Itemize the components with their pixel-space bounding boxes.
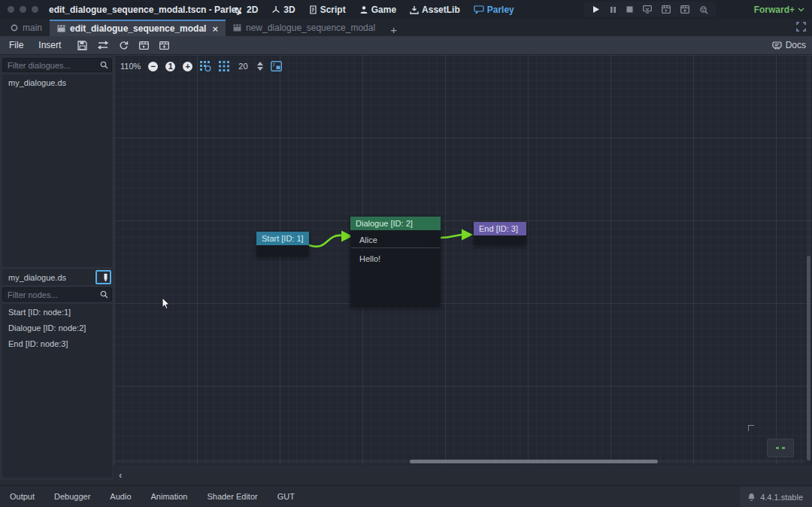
bottom-tab-output[interactable]: Output <box>0 492 44 501</box>
person-icon <box>359 5 368 14</box>
snap-step-value[interactable]: 20 <box>238 62 247 71</box>
collapse-sidebar-chevron-icon[interactable]: ‹ <box>119 469 122 481</box>
version-label: 4.4.1.stable <box>760 493 803 502</box>
node-title[interactable]: End [ID: 3] <box>474 222 526 235</box>
add-scene-tab-button[interactable]: + <box>383 23 404 36</box>
graph-node-end[interactable]: End [ID: 3] <box>474 222 526 245</box>
window-minimize-button[interactable] <box>20 6 26 13</box>
bottom-panel-bar: Output Debugger Audio Animation Shader E… <box>0 485 812 507</box>
node-list-item-end[interactable]: End [ID: node:3] <box>2 335 112 351</box>
dialogue-text-label: Hello! <box>350 248 441 266</box>
scene-tab-bar: main edit_dialogue_sequence_modal × new_… <box>0 19 812 36</box>
node-list-item-start[interactable]: Start [ID: node:1] <box>2 304 112 320</box>
run-scene-button[interactable] <box>662 5 671 14</box>
insert-menu-button[interactable]: Insert <box>31 40 68 50</box>
script-icon <box>309 5 317 14</box>
test-dialogue-icon[interactable] <box>139 41 149 50</box>
grid-toggle-icon[interactable] <box>219 61 229 71</box>
refresh-icon[interactable] <box>119 41 129 50</box>
snap-step-spinner[interactable] <box>257 62 263 71</box>
node-list-item-dialogue[interactable]: Dialogue [ID: node:2] <box>2 320 112 335</box>
run-custom-scene-button[interactable] <box>680 5 689 14</box>
snap-toggle-icon[interactable] <box>200 61 211 71</box>
scene-tab-edit-dialogue-sequence-modal[interactable]: edit_dialogue_sequence_modal × <box>50 20 226 36</box>
play-button[interactable] <box>592 5 600 14</box>
spinner-down-icon[interactable] <box>257 67 263 71</box>
remote-debug-icon[interactable] <box>643 5 652 14</box>
workspace-3d-button[interactable]: 3D <box>271 5 295 15</box>
docs-button[interactable]: Docs <box>772 40 806 50</box>
selection-corner-mark <box>748 425 754 431</box>
bottom-tab-debugger[interactable]: Debugger <box>44 492 100 501</box>
node-title[interactable]: Dialogue [ID: 2] <box>350 217 441 230</box>
dialogues-list: my_dialogue.ds <box>2 74 112 267</box>
graph-node-dialogue[interactable]: Dialogue [ID: 2] Alice Hello! <box>350 217 441 307</box>
workspace-game-button[interactable]: Game <box>359 5 396 15</box>
connection-arrow-icon <box>462 229 473 241</box>
window-title: edit_dialogue_sequence_modal.tscn - Parl… <box>49 5 241 15</box>
version-info[interactable]: 4.4.1.stable <box>740 487 812 507</box>
bottom-dock-strip: ‹ <box>113 465 812 485</box>
window-controls[interactable] <box>8 6 38 13</box>
title-bar: edit_dialogue_sequence_modal.tscn - Parl… <box>0 0 812 19</box>
docs-icon <box>772 41 782 50</box>
nodes-list: Start [ID: node:1] Dialogue [ID: node:2]… <box>2 304 112 478</box>
renderer-dropdown[interactable]: Forward+ <box>754 0 804 19</box>
pause-button[interactable] <box>610 6 617 14</box>
edit-dialogue-button[interactable] <box>95 270 111 284</box>
close-tab-icon[interactable]: × <box>212 23 218 35</box>
stop-button[interactable] <box>626 6 633 13</box>
zoom-reset-button[interactable]: 1 <box>165 62 175 71</box>
workspace-script-button[interactable]: Script <box>309 5 346 15</box>
zoom-in-button[interactable]: + <box>183 62 192 71</box>
bell-icon <box>747 493 756 502</box>
horizontal-scrollbar-thumb[interactable] <box>410 460 658 463</box>
arrange-nodes-icon[interactable] <box>98 41 108 50</box>
save-icon[interactable] <box>77 41 87 50</box>
scene-icon <box>233 24 241 32</box>
movie-maker-icon[interactable] <box>699 5 708 14</box>
graph-node-start[interactable]: Start [ID: 1] <box>256 232 309 257</box>
workspace-menu: 2D 3D Script Game AssetLib Parley <box>235 0 514 19</box>
selected-dialogue-row[interactable]: my_dialogue.ds <box>2 269 112 285</box>
mouse-cursor <box>162 297 171 310</box>
workspace-assetlib-button[interactable]: AssetLib <box>410 5 460 15</box>
godot-editor-window: edit_dialogue_sequence_modal.tscn - Parl… <box>0 0 812 507</box>
workspace-2d-button[interactable]: 2D <box>235 5 258 15</box>
bottom-tab-animation[interactable]: Animation <box>141 492 198 501</box>
workspace-parley-button[interactable]: Parley <box>474 5 514 15</box>
node-title[interactable]: Start [ID: 1] <box>256 232 309 245</box>
window-maximize-button[interactable] <box>32 6 38 13</box>
graph-edit-canvas[interactable]: 110% − 1 + 20 Start [ID: 1] <box>114 55 812 465</box>
scene-tab-new-dialogue-sequence-modal[interactable]: new_dialogue_sequence_modal <box>226 20 383 36</box>
2d-axes-icon <box>235 5 244 14</box>
chevron-down-icon <box>798 8 804 12</box>
pencil-icon <box>97 273 110 282</box>
spinner-up-icon[interactable] <box>257 62 263 65</box>
zoom-level-label: 110% <box>120 62 141 71</box>
test-dialogue-from-node-icon[interactable] <box>159 41 169 50</box>
playback-controls <box>584 2 716 17</box>
dialogue-list-item[interactable]: my_dialogue.ds <box>2 74 112 90</box>
scene-icon <box>57 25 65 32</box>
scene-tab-main[interactable]: main <box>3 20 50 36</box>
minimap-toggle-icon[interactable] <box>271 61 282 71</box>
bottom-tab-gut[interactable]: GUT <box>268 492 304 501</box>
graph-minimap[interactable] <box>767 439 794 457</box>
minimap-node-dot <box>782 447 785 449</box>
zoom-out-button[interactable]: − <box>148 62 158 71</box>
vertical-scrollbar[interactable] <box>807 55 810 461</box>
window-close-button[interactable] <box>8 6 14 13</box>
3d-axes-icon <box>271 5 280 14</box>
file-menu-button[interactable]: File <box>2 40 31 50</box>
dialogue-sidebar: my_dialogue.ds my_dialogue.ds Start [ID:… <box>0 55 114 480</box>
vertical-scrollbar-thumb[interactable] <box>807 256 810 460</box>
bottom-tab-audio[interactable]: Audio <box>100 492 141 501</box>
horizontal-scrollbar[interactable] <box>114 460 806 463</box>
filter-dialogues-input[interactable] <box>2 58 112 72</box>
expand-distraction-free-icon[interactable] <box>796 22 806 32</box>
graph-zoom-toolbar: 110% − 1 + 20 <box>120 58 282 74</box>
parley-toolbar: File Insert Docs <box>0 36 812 55</box>
bottom-tab-shader-editor[interactable]: Shader Editor <box>197 492 267 501</box>
filter-nodes-input[interactable] <box>2 287 112 302</box>
